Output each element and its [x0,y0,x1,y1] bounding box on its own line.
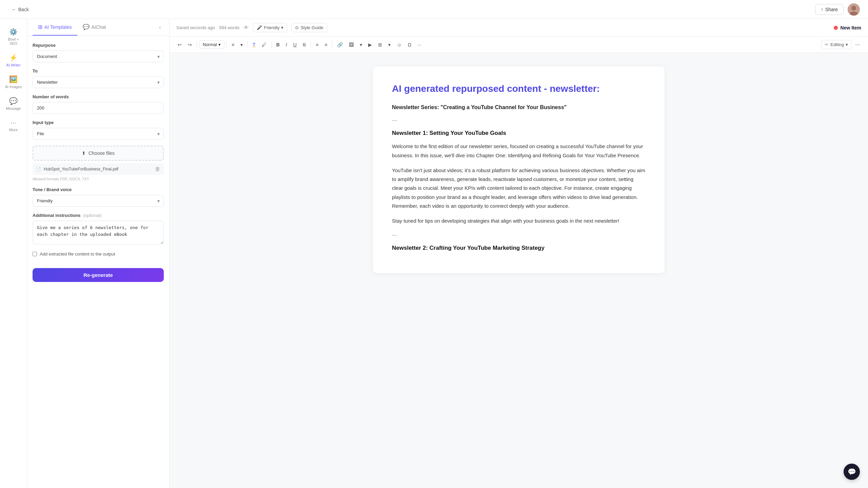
friendly-button[interactable]: 🎤 Friendly ▾ [253,23,287,32]
panel-tabs: ⊞ AI Templates 💬 AIChat ‹ [27,19,169,36]
style-guide-button[interactable]: ⊙ Style Guide [291,23,327,32]
instructions-group: Additional instructions (optional) Give … [33,213,164,245]
avatar[interactable] [848,3,860,16]
sidebar-item-message[interactable]: 💬 Message [2,94,25,114]
editor-inner: AI generated repurposed content - newsle… [373,66,665,273]
gear-icon: ⚙️ [9,28,18,36]
special-char-button[interactable]: Ω [405,40,414,49]
undo-button[interactable]: ↩ [175,40,184,49]
paragraph-2: YouTube isn't just about videos; it's a … [392,166,646,210]
sidebar-item-label: Brief + SEO [5,37,22,45]
image-dropdown-button[interactable]: ▾ [357,40,365,49]
input-type-select[interactable]: File [33,128,164,140]
sidebar-item-brief-seo[interactable]: ⚙️ Brief + SEO [2,24,25,49]
repurpose-label: Repurpose [33,43,164,48]
chevron-down-icon: ▾ [218,42,221,47]
highlight-button[interactable]: 🖊 [259,40,269,49]
extract-content-checkbox[interactable] [33,252,37,256]
chat-icon: 💬 [83,24,90,30]
share-icon: ↑ [821,7,823,12]
input-type-select-wrapper: File [33,128,164,140]
redo-button[interactable]: ↪ [185,40,195,49]
words-label: Number of words [33,94,164,99]
checkbox-label[interactable]: Add extracted file content to the output [33,251,164,257]
svg-point-1 [851,6,856,11]
bullet-list-button[interactable]: ≡ [313,40,321,49]
collapse-panel-button[interactable]: ‹ [156,21,164,34]
link-button[interactable]: 🔗 [334,40,346,49]
instructions-label: Additional instructions (optional) [33,213,164,218]
paragraph-3: Stay tuned for tips on developing strate… [392,217,646,225]
editing-button[interactable]: ✏ Editing ▾ [821,40,852,49]
to-select[interactable]: Newsletter [33,76,164,88]
repurpose-select[interactable]: Document [33,50,164,62]
image-button[interactable]: 🖼 [346,40,356,49]
to-label: To [33,68,164,74]
toolbar-divider-3 [248,41,248,48]
delete-file-button[interactable]: 🗑 [155,166,160,172]
instructions-textarea[interactable]: Give me a series of 6 newsletters, one f… [33,221,164,244]
numbered-list-button[interactable]: ≡ [322,40,330,49]
choose-files-button[interactable]: ⬆ Choose files [33,146,164,161]
sidebar-item-ai-writer[interactable]: ⚡ AI Writer [2,50,25,70]
italic-button[interactable]: I [283,40,290,49]
instructions-optional: (optional) [83,213,101,218]
checkbox-group: Add extracted file content to the output [33,251,164,257]
more-icon: ··· [11,119,16,126]
topbar-right: ↑ Share [815,3,860,16]
file-name: HubSpot_YouTubeForBusiness_Final.pdf [44,167,152,171]
chat-bubble-button[interactable]: 💬 [844,464,860,480]
divider-1: --- [392,117,646,123]
share-button[interactable]: ↑ Share [815,4,844,15]
align-dropdown-button[interactable]: ▾ [238,40,245,49]
bold-button[interactable]: B [274,40,282,49]
table-button[interactable]: ⊞ [375,40,385,49]
tab-aichat[interactable]: 💬 AIChat [77,19,112,36]
toolbar-divider-1 [197,41,197,48]
newsletter-1-title: Newsletter 1: Setting Your YouTube Goals [392,130,646,137]
back-button[interactable]: ← Back [8,5,32,14]
words-input[interactable] [33,102,164,114]
templates-icon: ⊞ [38,24,42,30]
divider-2: --- [392,232,646,238]
regenerate-button[interactable]: Re-generate [33,268,164,282]
paragraph-1: Welcome to the first edition of our news… [392,142,646,160]
play-button[interactable]: ▶ [366,40,375,49]
emoji-button[interactable]: ☺ [394,40,404,49]
circle-check-icon: ⊙ [295,25,299,30]
input-type-group: Input type File [33,120,164,140]
pen-icon: ✏ [825,42,829,47]
normal-style-select[interactable]: Normal ▾ [199,40,224,49]
sidebar-item-label: Message [6,106,21,110]
newsletter-series-subtitle: Newsletter Series: "Creating a YouTube C… [392,104,646,110]
tone-label: Tone / Brand voice [33,187,164,192]
word-count: 584 words [219,25,239,30]
tone-select[interactable]: Friendly [33,195,164,207]
underline-button[interactable]: U [291,40,299,49]
tab-ai-templates[interactable]: ⊞ AI Templates [33,19,77,36]
sidebar-item-ai-images[interactable]: 🖼️ AI Images [2,72,25,92]
more-options-button[interactable]: ··· [415,40,424,49]
editor-toolbar: ↩ ↪ Normal ▾ ≡ ▾ T 🖊 B I U S ≡ ≡ 🔗 🖼 ▾ [170,37,868,53]
sidebar-item-more[interactable]: ··· More [2,115,25,135]
message-icon: 💬 [9,97,18,105]
toolbar-divider-2 [226,41,227,48]
more-toolbar-button[interactable]: ⋯ [852,40,863,49]
chevron-down-icon: ▾ [281,25,283,30]
align-left-button[interactable]: ≡ [229,40,237,49]
tone-select-wrapper: Friendly [33,195,164,207]
table-dropdown-button[interactable]: ▾ [386,40,393,49]
editor-topbar: Saved seconds ago 584 words 👁 🎤 Friendly… [170,19,868,37]
back-arrow-icon: ← [12,7,16,12]
save-status: Saved seconds ago [176,25,215,30]
sidebar-item-label: AI Writer [6,63,21,67]
file-upload-group: ⬆ Choose files 📄 HubSpot_YouTubeForBusin… [33,146,164,181]
visibility-icon[interactable]: 👁 [243,25,249,31]
icon-sidebar: ⚙️ Brief + SEO ⚡ AI Writer 🖼️ AI Images … [0,19,27,488]
allowed-formats: Allowed formats PDF, DOCX, TXT [33,177,164,181]
new-item-label[interactable]: New Item [841,25,861,30]
text-color-button[interactable]: T [250,40,258,49]
toolbar-divider-4 [271,41,272,48]
strikethrough-button[interactable]: S [300,40,309,49]
file-item: 📄 HubSpot_YouTubeForBusiness_Final.pdf 🗑 [33,163,164,175]
